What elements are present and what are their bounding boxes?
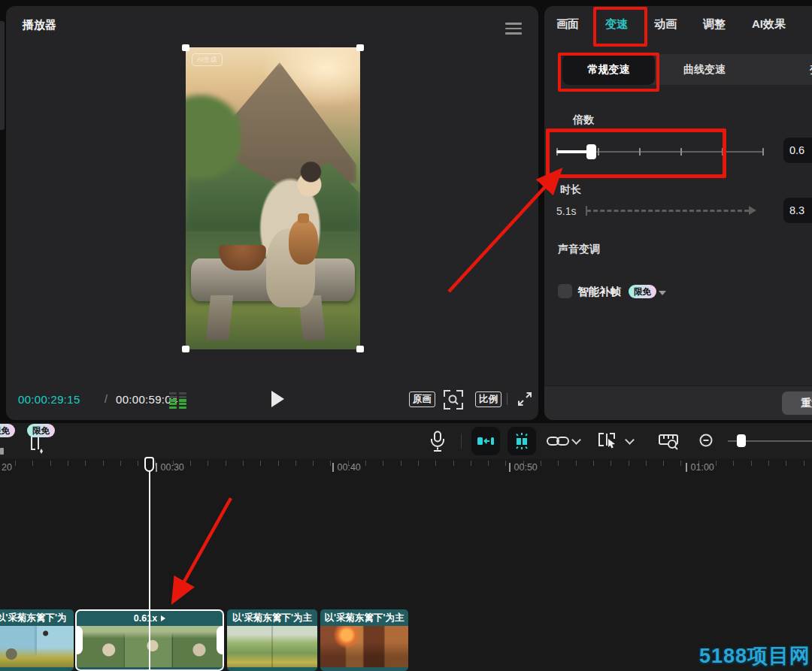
ruler-label: 00:50 <box>509 462 538 473</box>
free-limited-badge: 限免 <box>629 285 656 298</box>
player-title: 播放器 <box>23 18 56 32</box>
zoom-out-icon[interactable] <box>698 433 715 449</box>
tab-animation[interactable]: 动画 <box>654 17 677 32</box>
video-art-layer <box>289 219 318 264</box>
clip-track: 以'采菊东篱下'为 0.61x 以'采菊东篱下'为主 以'采菊东篱下'为主 <box>0 609 812 671</box>
playhead-line <box>149 471 150 671</box>
playhead-handle[interactable] <box>144 457 154 472</box>
inspector-tabs: 画面 变速 动画 调整 AI效果 <box>556 6 786 42</box>
auto-snap-toggle[interactable] <box>471 427 500 455</box>
ai-generated-label: AI生成 <box>192 53 223 66</box>
clip-speed-label: 0.61x <box>134 613 157 624</box>
left-panel-edge <box>0 21 5 130</box>
divider <box>507 393 508 405</box>
play-icon <box>161 615 165 621</box>
video-preview[interactable]: AI生成 <box>186 47 360 349</box>
free-limited-badge: 限免 <box>27 424 55 437</box>
chevron-down-icon[interactable] <box>571 435 581 445</box>
reset-button[interactable]: 重置 <box>782 391 812 415</box>
tab-ai-effects[interactable]: AI效果 <box>752 17 786 32</box>
timeline-zoom-knob[interactable] <box>737 434 746 447</box>
aspect-ratio-button[interactable]: 比例 <box>475 391 501 407</box>
pitch-label: 声音变调 <box>558 243 600 256</box>
select-tool-icon[interactable] <box>597 432 618 450</box>
ruler-label: 00:40 <box>332 462 361 473</box>
fit-timeline-icon[interactable] <box>659 433 680 451</box>
transform-handle[interactable] <box>182 346 189 352</box>
clip[interactable]: 以'采菊东篱下'为 <box>0 609 74 671</box>
video-art-layer <box>186 92 241 198</box>
original-quality-button[interactable]: 原画 <box>409 391 435 407</box>
clip-thumbnails <box>0 626 74 667</box>
transform-handle[interactable] <box>356 44 364 51</box>
chevron-down-icon[interactable] <box>625 435 635 445</box>
multiplier-label: 倍数 <box>573 113 594 127</box>
free-limited-badge: 限免 <box>0 424 15 437</box>
smart-frame-checkbox[interactable] <box>558 284 572 298</box>
microphone-icon[interactable] <box>429 431 446 452</box>
link-clips-icon[interactable] <box>547 434 569 448</box>
timeline-zoom-slider[interactable] <box>728 440 812 442</box>
site-watermark: 5188项目网 <box>699 642 810 669</box>
current-time: 00:00:29:15 <box>18 393 80 406</box>
play-button[interactable] <box>271 391 284 407</box>
timeline: 限免 限免 <box>0 423 812 671</box>
annotation-box-speed-tab <box>593 7 647 47</box>
preview-axis-toggle[interactable] <box>508 427 536 455</box>
ruler-label: 20 <box>2 462 12 473</box>
ruler-label: 00:30 <box>156 462 184 473</box>
transform-handle[interactable] <box>182 44 189 51</box>
clip[interactable]: 以'采菊东篱下'为主 <box>227 609 317 671</box>
duration-label: 时长 <box>560 183 581 197</box>
subtab-curve-speed[interactable]: 曲线变速 <box>656 54 753 85</box>
annotation-box-slider <box>546 128 726 178</box>
app-root: 播放器 AI生成 00:00:29:15 / 00:00:59:04 <box>0 0 812 671</box>
multiplier-value[interactable]: 0.6 <box>783 138 812 163</box>
fullscreen-icon[interactable] <box>517 391 533 407</box>
clip-thumbnails <box>320 626 408 667</box>
trim-handle-left[interactable] <box>77 626 83 654</box>
annotation-box-normal-speed <box>558 53 659 92</box>
clip[interactable]: 以'采菊东篱下'为主 <box>320 609 408 671</box>
player-controls: 00:00:29:15 / 00:00:59:04 原画 比例 <box>6 384 538 416</box>
ruler-label: 01:00 <box>686 462 714 473</box>
player-panel: 播放器 AI生成 00:00:29:15 / 00:00:59:04 <box>6 6 538 420</box>
inspector-footer: 重置 <box>544 385 812 420</box>
duration-slider <box>586 210 749 212</box>
divider <box>461 434 462 449</box>
duration-value[interactable]: 8.3 <box>783 198 812 223</box>
trim-handle-right[interactable] <box>217 626 223 654</box>
preview-zoom-icon[interactable] <box>444 390 463 410</box>
subtab-speed-card[interactable]: 变速卡 <box>777 54 812 85</box>
time-separator: / <box>105 393 108 405</box>
tab-adjust[interactable]: 调整 <box>703 17 726 32</box>
transform-handle[interactable] <box>356 346 364 352</box>
chevron-down-icon[interactable] <box>659 291 666 295</box>
clip-thumbnails <box>227 626 317 667</box>
tab-picture[interactable]: 画面 <box>556 17 579 32</box>
smart-frame-label: 智能补帧 <box>577 285 621 299</box>
menu-icon[interactable] <box>505 20 522 38</box>
timeline-ruler[interactable]: 20 00:30 00:40 00:50 01:00 <box>0 459 812 477</box>
duration-current: 5.1s <box>556 205 576 217</box>
audio-meter-icon <box>169 392 186 409</box>
timeline-toolbar: 限免 限免 <box>0 423 812 459</box>
cropped-tool-icon[interactable] <box>0 448 4 455</box>
